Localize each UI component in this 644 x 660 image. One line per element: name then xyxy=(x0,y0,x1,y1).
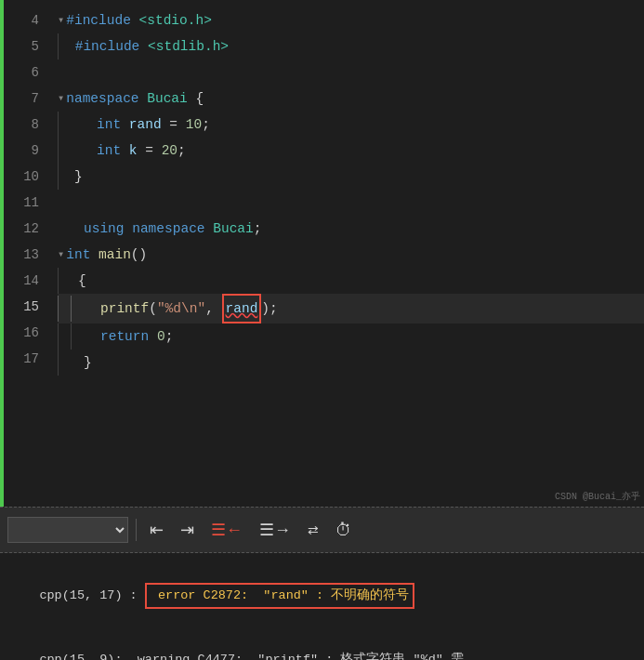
code-line-16: return 0; xyxy=(58,323,644,350)
line-num-6: 6 xyxy=(4,59,50,86)
code-line-14: { xyxy=(58,268,644,294)
warning-output-line2: cpp(15, 9): warning C4477: "printf" : 格式… xyxy=(0,629,644,660)
code-line-5: #include <stdlib.h> xyxy=(58,33,644,59)
watermark: CSDN @Bucai_亦乎 xyxy=(555,490,640,503)
line-numbers-column: 4 5 6 7 8 9 10 11 12 13 14 15 16 17 xyxy=(4,0,50,507)
code-line-6 xyxy=(58,59,644,86)
indent-right-button[interactable]: ⇥ xyxy=(175,520,200,540)
line-num-4: 4 xyxy=(4,7,50,33)
line-num-7: 7 xyxy=(4,86,50,112)
code-line-17: } xyxy=(58,350,644,376)
code-line-11 xyxy=(58,190,644,216)
code-line-4: ▾#include <stdio.h> xyxy=(58,7,644,33)
output-area: cpp(15, 17) : error C2872: "rand" : 不明确的… xyxy=(0,553,644,660)
code-line-7: ▾namespace Bucai { xyxy=(58,86,644,112)
error-location: cpp(15, 17) : xyxy=(39,588,144,602)
toolbar-divider-1 xyxy=(136,519,137,541)
code-line-8: int rand = 10; xyxy=(58,112,644,138)
line-num-12: 12 xyxy=(4,216,50,242)
line-num-14: 14 xyxy=(4,268,50,294)
warning-location: cpp(15, 9): warning C4477: "printf" : 格式… xyxy=(39,653,464,660)
line-num-15: 15 xyxy=(4,294,50,320)
code-line-12: using namespace Bucai; xyxy=(58,216,644,242)
error-output-line1: cpp(15, 17) : error C2872: "rand" : 不明确的… xyxy=(0,562,644,629)
code-line-15: printf("%d\n", rand); xyxy=(58,294,644,323)
align-left-button[interactable]: ☰← xyxy=(205,520,248,540)
line-num-10: 10 xyxy=(4,164,50,190)
code-line-10: } xyxy=(58,164,644,190)
line-num-5: 5 xyxy=(4,33,50,59)
indent-left-button[interactable]: ⇤ xyxy=(144,520,169,540)
error-message-box: error C2872: "rand" : 不明确的符号 xyxy=(145,583,414,609)
line-num-11: 11 xyxy=(4,190,50,216)
line-num-8: 8 xyxy=(4,112,50,138)
code-line-13: ▾int main() xyxy=(58,242,644,268)
line-num-17: 17 xyxy=(4,346,50,372)
line-num-13: 13 xyxy=(4,242,50,268)
toolbar-area: ⇤ ⇥ ☰← ☰→ ⇄ ⏱ xyxy=(0,507,644,553)
align-right-button[interactable]: ☰→ xyxy=(254,520,296,540)
code-line-9: int k = 20; xyxy=(58,138,644,164)
line-num-16: 16 xyxy=(4,320,50,346)
toolbar-select[interactable] xyxy=(7,517,128,543)
line-num-9: 9 xyxy=(4,138,50,164)
clock-button[interactable]: ⏱ xyxy=(330,520,358,540)
code-content-area[interactable]: ▾#include <stdio.h> #include <stdlib.h> … xyxy=(50,0,644,507)
editor-container: 4 5 6 7 8 9 10 11 12 13 14 15 16 17 ▾#in… xyxy=(0,0,644,507)
wrap-button[interactable]: ⇄ xyxy=(302,521,324,538)
